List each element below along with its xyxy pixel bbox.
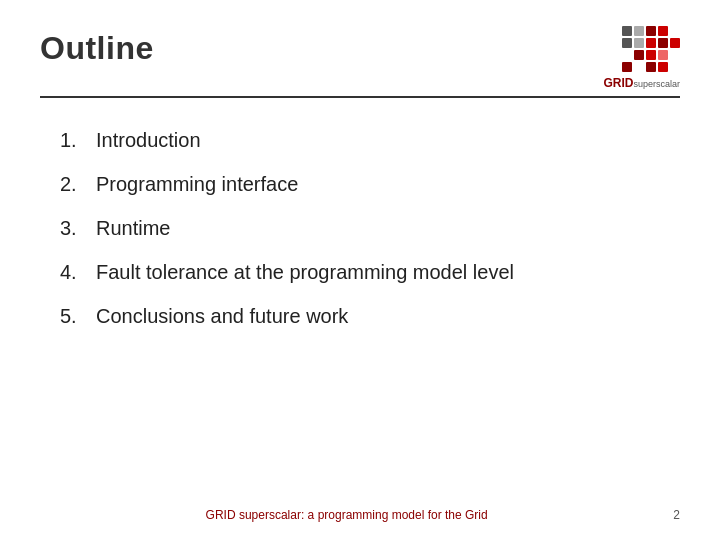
list-item: 2.Programming interface xyxy=(60,170,680,198)
item-text: Introduction xyxy=(96,126,201,154)
logo-dot xyxy=(670,50,680,60)
logo-dot xyxy=(670,62,680,72)
item-number: 4. xyxy=(60,258,96,286)
logo-dot xyxy=(622,38,632,48)
logo-area: GRIDsuperscalar xyxy=(603,26,680,90)
list-item: 4.Fault tolerance at the programming mod… xyxy=(60,258,680,286)
slide-header: Outline xyxy=(40,30,680,90)
logo-dot xyxy=(646,26,656,36)
outline-list: 1.Introduction2.Programming interface3.R… xyxy=(60,126,680,330)
slide-footer: GRID superscalar: a programming model fo… xyxy=(0,508,720,522)
item-number: 1. xyxy=(60,126,96,154)
logo-grid-word: GRID xyxy=(603,76,633,90)
logo-dot xyxy=(622,50,632,60)
item-text: Fault tolerance at the programming model… xyxy=(96,258,514,286)
item-text: Programming interface xyxy=(96,170,298,198)
logo-dot xyxy=(634,26,644,36)
footer-page: 2 xyxy=(673,508,680,522)
header-divider xyxy=(40,96,680,98)
logo-dot xyxy=(658,50,668,60)
logo-dot xyxy=(658,62,668,72)
logo-dot xyxy=(658,38,668,48)
logo-dot xyxy=(670,38,680,48)
logo-grid xyxy=(622,26,680,72)
logo-dot xyxy=(634,50,644,60)
list-item: 5.Conclusions and future work xyxy=(60,302,680,330)
item-number: 5. xyxy=(60,302,96,330)
item-text: Conclusions and future work xyxy=(96,302,348,330)
logo-dot xyxy=(646,38,656,48)
item-number: 3. xyxy=(60,214,96,242)
logo-dot xyxy=(646,50,656,60)
logo-dot xyxy=(634,38,644,48)
logo-super-word: superscalar xyxy=(633,79,680,89)
list-item: 1.Introduction xyxy=(60,126,680,154)
list-item: 3.Runtime xyxy=(60,214,680,242)
logo-text: GRIDsuperscalar xyxy=(603,76,680,90)
logo-dot xyxy=(658,26,668,36)
logo-dot xyxy=(634,62,644,72)
footer-text: GRID superscalar: a programming model fo… xyxy=(40,508,653,522)
item-number: 2. xyxy=(60,170,96,198)
slide-title: Outline xyxy=(40,30,154,67)
logo-dot xyxy=(646,62,656,72)
logo-dot xyxy=(670,26,680,36)
slide: Outline xyxy=(0,0,720,540)
logo-dot xyxy=(622,26,632,36)
item-text: Runtime xyxy=(96,214,170,242)
logo-dot xyxy=(622,62,632,72)
